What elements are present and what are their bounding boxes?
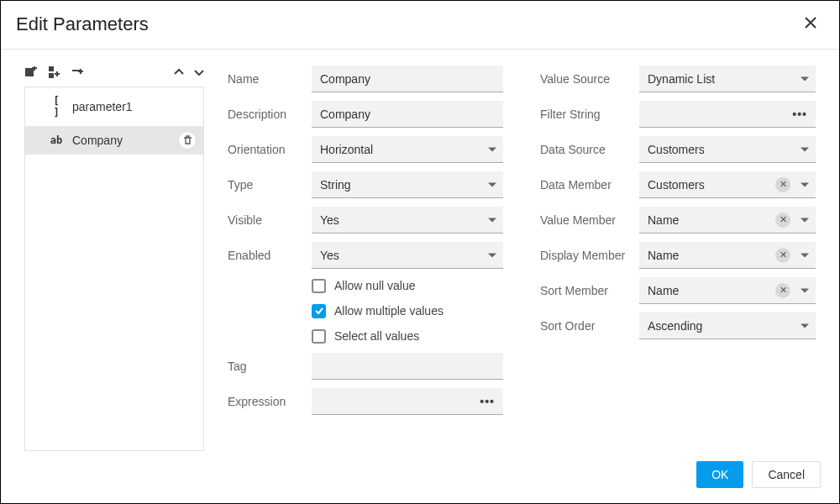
filter-string-label: Filter String	[540, 108, 639, 121]
dialog-footer: OK Cancel	[1, 451, 839, 503]
add-parameter-button[interactable]	[24, 66, 38, 79]
parameter-item-parameter1[interactable]: [ ] parameter1	[25, 87, 203, 126]
visible-select[interactable]: Yes	[312, 207, 503, 234]
checkbox-icon	[312, 279, 326, 293]
parameter-form: Name Company Description Company Orienta…	[228, 61, 816, 451]
display-member-select[interactable]: Name ✕	[639, 242, 816, 269]
tag-label: Tag	[228, 360, 312, 373]
ellipsis-button[interactable]: •••	[792, 108, 807, 121]
chevron-down-icon	[488, 147, 496, 151]
ellipsis-button[interactable]: •••	[480, 395, 495, 408]
sort-member-label: Sort Member	[540, 284, 639, 297]
expression-label: Expression	[228, 395, 312, 408]
allow-null-checkbox[interactable]: Allow null value	[312, 279, 503, 293]
edit-parameters-dialog: Edit Parameters	[0, 0, 840, 504]
allow-multiple-checkbox[interactable]: Allow multiple values	[312, 304, 503, 318]
clear-button[interactable]: ✕	[775, 177, 790, 192]
chevron-down-icon	[801, 218, 809, 222]
enabled-select[interactable]: Yes	[312, 242, 503, 269]
checkbox-icon	[312, 304, 326, 318]
select-all-checkbox[interactable]: Select all values	[312, 329, 503, 344]
form-column-right: Value Source Dynamic List Filter String …	[540, 61, 816, 451]
form-column-left: Name Company Description Company Orienta…	[228, 61, 503, 451]
chevron-down-icon	[488, 253, 496, 257]
name-input[interactable]: Company	[312, 66, 503, 92]
dialog-header: Edit Parameters	[1, 1, 839, 50]
move-down-button[interactable]	[194, 65, 204, 80]
string-type-icon: ab	[49, 134, 64, 146]
parameter-item-label: Company	[72, 134, 123, 147]
orientation-label: Orientation	[228, 143, 312, 156]
parameters-panel: [ ] parameter1 ab Company	[24, 61, 204, 451]
chevron-down-icon	[801, 323, 809, 328]
checkbox-icon	[312, 329, 326, 344]
value-source-select[interactable]: Dynamic List	[639, 66, 816, 92]
parameters-list: [ ] parameter1 ab Company	[24, 87, 204, 451]
value-member-label: Value Member	[540, 213, 639, 227]
add-group-button[interactable]	[48, 66, 61, 79]
chevron-down-icon	[801, 182, 809, 186]
parameter-item-label: parameter1	[72, 100, 133, 113]
chevron-down-icon	[488, 182, 496, 186]
chevron-down-icon	[801, 147, 809, 151]
ok-button[interactable]: OK	[696, 461, 743, 488]
enabled-label: Enabled	[228, 249, 312, 262]
clear-button[interactable]: ✕	[775, 213, 790, 228]
description-input[interactable]: Company	[312, 101, 503, 128]
dialog-body: [ ] parameter1 ab Company Name Company	[1, 50, 839, 451]
display-member-label: Display Member	[540, 249, 639, 262]
data-source-label: Data Source	[540, 143, 639, 156]
value-source-label: Value Source	[540, 72, 639, 86]
clear-button[interactable]: ✕	[775, 283, 790, 298]
delete-parameter-button[interactable]	[178, 131, 197, 150]
sort-member-select[interactable]: Name ✕	[639, 277, 816, 304]
expression-input[interactable]: •••	[312, 388, 503, 415]
add-separator-button[interactable]	[71, 66, 85, 79]
chevron-down-icon	[801, 76, 809, 81]
sort-order-label: Sort Order	[540, 319, 639, 333]
type-select[interactable]: String	[312, 171, 503, 198]
value-member-select[interactable]: Name ✕	[639, 207, 816, 234]
close-button[interactable]	[801, 11, 821, 37]
parameters-toolbar	[24, 61, 204, 87]
type-label: Type	[228, 178, 312, 192]
filter-string-input[interactable]: •••	[639, 101, 816, 128]
move-up-button[interactable]	[174, 65, 184, 80]
chevron-down-icon	[801, 253, 809, 257]
tag-input[interactable]	[312, 353, 503, 380]
name-label: Name	[228, 72, 312, 86]
chevron-down-icon	[488, 218, 496, 222]
parameter-item-company[interactable]: ab Company	[25, 126, 203, 155]
chevron-down-icon	[801, 288, 809, 292]
visible-label: Visible	[228, 213, 312, 227]
svg-rect-1	[49, 66, 54, 71]
dialog-title: Edit Parameters	[16, 13, 149, 35]
description-label: Description	[228, 108, 312, 121]
data-member-select[interactable]: Customers ✕	[639, 171, 816, 198]
data-source-select[interactable]: Customers	[639, 136, 816, 163]
orientation-select[interactable]: Horizontal	[312, 136, 503, 163]
cancel-button[interactable]: Cancel	[752, 461, 821, 488]
clear-button[interactable]: ✕	[775, 248, 790, 263]
svg-rect-2	[49, 73, 54, 78]
sort-order-select[interactable]: Ascending	[639, 312, 816, 339]
brackets-icon: [ ]	[49, 95, 64, 118]
svg-rect-0	[25, 68, 34, 76]
data-member-label: Data Member	[540, 178, 639, 192]
